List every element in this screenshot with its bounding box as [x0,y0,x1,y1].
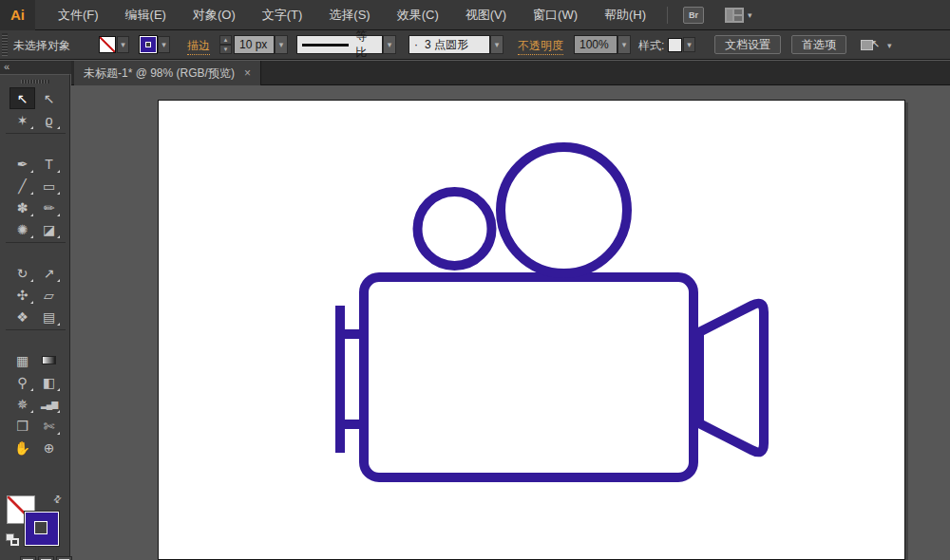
menu-object[interactable]: 对象(O) [180,0,249,29]
line-segment-tool[interactable]: ╱ [10,175,35,196]
color-controls: ⇄ ❐ [0,421,70,560]
workspace-switcher-icon [725,8,744,23]
direct-selection-tool[interactable]: ↖ [36,87,62,109]
menu-type[interactable]: 文字(T) [249,0,316,29]
column-graph-tool[interactable]: ▂▄▆ [36,393,62,415]
type-tool[interactable]: T [36,153,62,175]
chevron-down-icon: ▾ [162,40,166,49]
direct-selection-tool-icon: ↖ [44,91,55,106]
column-graph-tool-icon: ▂▄▆ [41,400,57,409]
fill-color-dropdown[interactable]: ▾ [117,36,129,53]
document-tab[interactable]: 未标题-1* @ 98% (RGB/预览) × [74,61,261,85]
chevron-down-icon: ▾ [748,10,752,20]
close-icon[interactable]: × [244,66,251,80]
free-transform-tool[interactable]: ▱ [36,284,62,306]
swap-fill-stroke-icon[interactable]: ⇄ [50,493,64,506]
stroke-panel-link[interactable]: 描边 [187,38,210,55]
rotate-tool-icon: ↻ [17,266,28,281]
rectangle-tool-icon: ▭ [43,178,55,194]
pen-tool-icon: ✒ [17,157,28,172]
menu-select[interactable]: 选择(S) [315,0,383,29]
stroke-color-dropdown[interactable]: ▾ [158,36,170,53]
gradient-tool[interactable] [36,349,62,371]
opacity-input[interactable]: 100% [574,35,618,54]
menu-effect[interactable]: 效果(C) [384,0,452,29]
brush-definition-dropdown[interactable]: ▾ [490,35,504,54]
style-swatch[interactable] [668,38,682,52]
blend-tool[interactable]: ◧ [36,371,62,393]
default-fill-stroke-icon[interactable] [6,533,19,546]
style-dropdown[interactable]: ▾ [683,37,695,52]
opacity-panel-link[interactable]: 不透明度 [518,38,563,55]
symbol-sprayer-tool-icon: ✵ [17,397,28,412]
rectangle-tool[interactable]: ▭ [36,175,62,196]
select-similar-dropdown[interactable]: ▾ [887,41,892,50]
cursor-icon: ↖ [871,38,880,50]
color-button[interactable] [20,556,36,560]
selection-tool[interactable]: ↖ [10,87,35,109]
rotate-tool[interactable]: ↻ [10,262,35,284]
stroke-width-stepper[interactable]: ▴ ▾ [219,35,232,54]
artboard[interactable] [158,100,905,560]
type-tool-icon: T [45,157,53,172]
lasso-tool[interactable]: ϱ [36,109,62,131]
gradient-tool-icon [42,356,56,364]
select-similar-icon[interactable]: ↖ [861,38,880,52]
pen-tool[interactable]: ✒ [10,153,35,175]
width-tool[interactable]: ✣ [10,284,35,306]
gradient-button[interactable] [38,556,54,560]
workspace-switcher[interactable]: ▾ [725,8,752,23]
eraser-tool[interactable]: ◪ [36,218,62,240]
menu-file[interactable]: 文件(F) [45,0,112,29]
stepper-down-icon[interactable]: ▾ [219,45,232,54]
menu-help[interactable]: 帮助(H) [591,0,659,29]
mesh-tool[interactable]: ▦ [10,349,35,371]
brush-definition-select[interactable]: · 3 点圆形 [408,35,490,54]
preferences-button[interactable]: 首选项 [791,35,846,54]
line-segment-tool-icon: ╱ [18,178,26,194]
width-tool-icon: ✣ [17,288,28,303]
menu-view[interactable]: 视图(V) [452,0,520,29]
menu-window[interactable]: 窗口(W) [520,0,591,29]
stepper-up-icon[interactable]: ▴ [219,35,232,45]
shape-builder-tool-icon: ❖ [16,309,28,325]
bridge-button[interactable]: Br [683,7,704,24]
eyedropper-tool-icon: ⚲ [17,375,27,390]
fill-color-swatch[interactable] [99,36,116,53]
panel-grip-icon[interactable] [2,33,8,56]
illustrator-window: Ai 文件(F) 编辑(E) 对象(O) 文字(T) 选择(S) 效果(C) 视… [0,0,950,560]
pasteboard[interactable] [71,85,950,560]
tool-separator [10,327,62,333]
stroke-swatch[interactable] [25,512,59,546]
stroke-width-input[interactable]: 10 px [234,35,275,54]
menu-edit[interactable]: 编辑(E) [112,0,180,29]
none-button[interactable] [56,556,72,560]
document-setup-button[interactable]: 文档设置 [714,35,781,54]
collapse-panel-icon[interactable]: « [4,61,10,73]
width-profile-select[interactable]: 等比 [296,35,383,54]
blob-brush-tool[interactable]: ✺ [10,218,35,240]
brush-definition-value: 3 点圆形 [425,37,468,53]
stroke-width-dropdown[interactable]: ▾ [275,35,288,54]
stroke-color-swatch[interactable] [140,36,157,53]
eyedropper-tool[interactable]: ⚲ [10,371,35,393]
menu-bar: Ai 文件(F) 编辑(E) 对象(O) 文字(T) 选择(S) 效果(C) 视… [0,0,950,30]
pencil-tool[interactable]: ✏ [36,196,62,218]
panel-grip-icon[interactable] [21,80,49,84]
magic-wand-tool[interactable]: ✶ [10,109,35,131]
chevron-down-icon: ▾ [687,40,692,49]
perspective-grid-tool[interactable]: ▤ [36,306,62,327]
symbol-sprayer-tool[interactable]: ✵ [10,393,35,415]
opacity-dropdown[interactable]: ▾ [618,35,631,54]
lasso-tool-icon: ϱ [45,113,52,128]
shape-builder-tool[interactable]: ❖ [10,306,35,327]
scale-tool[interactable]: ↗ [36,262,62,284]
paintbrush-tool[interactable]: ✽ [10,196,35,218]
selection-tool-icon: ↖ [17,91,28,106]
eraser-tool-icon: ◪ [43,222,55,237]
width-profile-dropdown[interactable]: ▾ [383,35,396,54]
chevron-down-icon: ▾ [622,40,627,49]
control-bar: 未选择对象 ▾ ▾ 描边 ▴ ▾ 10 px ▾ 等比 ▾ [0,30,950,60]
free-transform-tool-icon: ▱ [44,288,54,303]
document-tab-title: 未标题-1* @ 98% (RGB/预览) [84,65,235,82]
